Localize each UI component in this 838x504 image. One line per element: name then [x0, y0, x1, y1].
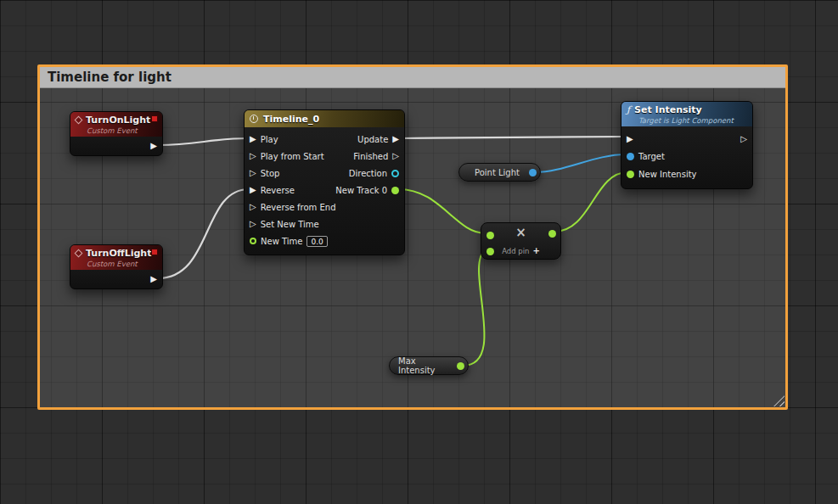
pin-label-set-new-time: Set New Time: [261, 220, 319, 229]
node-title: Set Intensity: [634, 104, 702, 115]
node-header: TurnOffLight Custom Event: [70, 245, 162, 270]
exec-input-pin-stop[interactable]: ▷: [250, 169, 256, 177]
exec-input-pin[interactable]: ▶: [627, 135, 633, 143]
exec-output-pin[interactable]: ▶: [150, 275, 157, 283]
pin-row: ▷ Stop Direction: [245, 165, 404, 182]
pin-label-new-track: New Track 0: [335, 186, 387, 195]
node-title: Timeline_0: [263, 114, 319, 125]
node-header: TurnOnLight Custom Event: [70, 112, 162, 137]
node-title: TurnOffLight: [86, 248, 151, 259]
blueprint-graph-canvas[interactable]: { "comment": { "title": "Timeline for li…: [0, 0, 838, 504]
pin-label-play-from-start: Play from Start: [261, 152, 324, 161]
node-subtitle: Custom Event: [87, 260, 157, 268]
pin-label-stop: Stop: [261, 169, 280, 178]
exec-input-pin-reverse[interactable]: ▶: [250, 186, 256, 194]
pin-row: ▷ Reverse from End: [245, 199, 404, 216]
pin-label-update: Update: [357, 135, 388, 144]
node-header: ƒ Set Intensity Target is Light Componen…: [621, 102, 752, 126]
pin-row: New Time 0.0: [245, 232, 404, 249]
variable-label: Point Light: [475, 168, 520, 177]
node-set-intensity[interactable]: ƒ Set Intensity Target is Light Componen…: [621, 101, 753, 189]
pin-row: ▶ Reverse New Track 0: [245, 182, 404, 199]
node-subtitle: Target is Light Component: [638, 116, 747, 125]
pin-row: ▶ ▷: [621, 130, 752, 148]
clock-icon: [250, 115, 258, 123]
node-header: Timeline_0: [245, 110, 404, 127]
exec-input-pin-set-new-time[interactable]: ▷: [250, 220, 256, 228]
node-turn-off-light[interactable]: TurnOffLight Custom Event ▶: [70, 244, 163, 289]
comment-title: Timeline for light: [48, 70, 172, 85]
node-multiply[interactable]: × Add pin +: [481, 222, 561, 260]
new-time-input-pin[interactable]: [250, 238, 256, 244]
exec-input-pin-play[interactable]: ▶: [250, 135, 256, 143]
pin-label-new-time: New Time: [261, 237, 302, 246]
new-intensity-input-pin[interactable]: [627, 171, 634, 178]
exec-output-pin-update[interactable]: ▶: [392, 135, 399, 143]
node-point-light-variable[interactable]: Point Light: [458, 163, 541, 182]
variable-label: Max Intensity: [398, 356, 454, 375]
node-turn-on-light[interactable]: TurnOnLight Custom Event ▶: [70, 111, 163, 156]
point-light-output-pin[interactable]: [529, 169, 537, 176]
pin-row: ▷ Set New Time: [245, 216, 404, 232]
comment-header[interactable]: Timeline for light: [40, 67, 785, 88]
exec-input-pin-reverse-from-end[interactable]: ▷: [250, 203, 256, 211]
max-intensity-output-pin[interactable]: [457, 362, 464, 370]
pin-label-direction: Direction: [349, 169, 387, 178]
pin-row: ▶ Play Update ▶: [245, 131, 404, 148]
pin-row: New Intensity: [621, 165, 752, 183]
custom-event-icon: [75, 249, 83, 258]
multiply-output-pin[interactable]: [548, 230, 556, 238]
node-max-intensity-variable[interactable]: Max Intensity: [389, 356, 469, 375]
exec-output-pin[interactable]: ▷: [740, 135, 747, 143]
event-flag-icon: [151, 249, 158, 255]
node-timeline[interactable]: Timeline_0 ▶ Play Update ▶ ▷ Play from S…: [244, 109, 405, 255]
exec-output-pin[interactable]: ▶: [150, 142, 157, 150]
target-input-pin[interactable]: [627, 153, 634, 160]
function-icon: ƒ: [627, 105, 630, 115]
direction-output-pin[interactable]: [391, 170, 399, 177]
exec-input-pin-play-from-start[interactable]: ▷: [250, 152, 256, 160]
new-time-value-field[interactable]: 0.0: [307, 236, 327, 247]
pin-label-play: Play: [261, 135, 278, 144]
add-pin-label: Add pin: [502, 247, 529, 255]
pin-label-new-intensity: New Intensity: [638, 170, 697, 179]
node-title: TurnOnLight: [86, 115, 150, 126]
pin-label-reverse-from-end: Reverse from End: [261, 203, 336, 212]
new-track-output-pin[interactable]: [391, 187, 399, 194]
multiply-input-pin-a[interactable]: [486, 232, 494, 239]
pin-label-reverse: Reverse: [261, 186, 295, 195]
event-flag-icon: [151, 115, 158, 122]
pin-label-finished: Finished: [353, 152, 388, 161]
pin-label-target: Target: [638, 152, 665, 161]
plus-icon: +: [532, 247, 539, 255]
pin-row: ▷ Play from Start Finished ▷: [245, 148, 404, 165]
node-subtitle: Custom Event: [87, 126, 157, 135]
pin-row: Target: [621, 148, 752, 165]
exec-output-pin-finished[interactable]: ▷: [392, 152, 399, 160]
custom-event-icon: [75, 116, 83, 125]
add-pin-button[interactable]: Add pin +: [481, 247, 560, 255]
